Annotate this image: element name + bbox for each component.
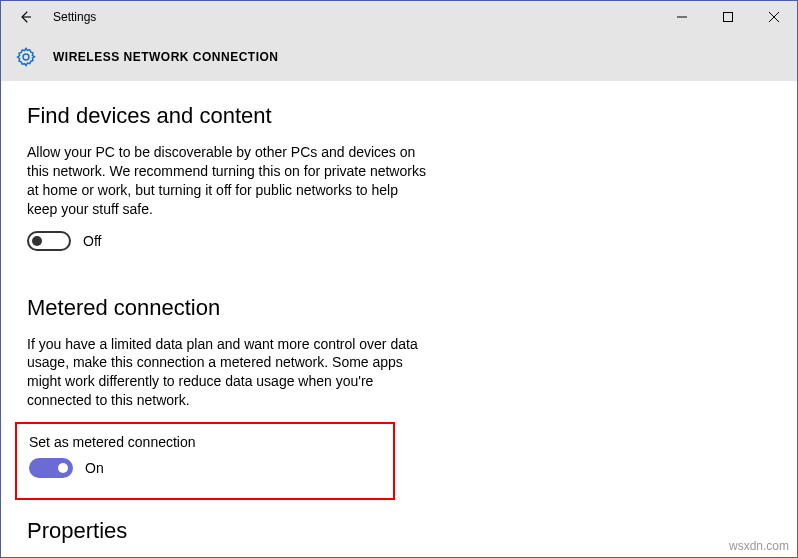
toggle-knob bbox=[32, 236, 42, 246]
section-find-devices-description: Allow your PC to be discoverable by othe… bbox=[27, 143, 427, 219]
page-header: WIRELESS NETWORK CONNECTION bbox=[1, 33, 797, 81]
metered-sub-label: Set as metered connection bbox=[29, 434, 383, 450]
app-title: Settings bbox=[49, 10, 659, 24]
metered-toggle-row: On bbox=[29, 458, 383, 478]
minimize-button[interactable] bbox=[659, 1, 705, 33]
section-metered-description: If you have a limited data plan and want… bbox=[27, 335, 427, 411]
section-metered-title: Metered connection bbox=[27, 295, 771, 321]
page-title: WIRELESS NETWORK CONNECTION bbox=[53, 50, 279, 64]
window-controls bbox=[659, 1, 797, 33]
highlight-box: Set as metered connection On bbox=[15, 422, 395, 500]
metered-toggle[interactable] bbox=[29, 458, 73, 478]
metered-toggle-label: On bbox=[85, 460, 104, 476]
find-devices-toggle[interactable] bbox=[27, 231, 71, 251]
find-devices-toggle-row: Off bbox=[27, 231, 771, 251]
back-button[interactable] bbox=[1, 1, 49, 33]
gear-icon bbox=[15, 46, 37, 68]
titlebar: Settings bbox=[1, 1, 797, 33]
section-properties-title: Properties bbox=[27, 518, 771, 544]
svg-point-5 bbox=[23, 54, 29, 60]
section-find-devices-title: Find devices and content bbox=[27, 103, 771, 129]
toggle-knob bbox=[58, 463, 68, 473]
close-button[interactable] bbox=[751, 1, 797, 33]
find-devices-toggle-label: Off bbox=[83, 233, 101, 249]
maximize-button[interactable] bbox=[705, 1, 751, 33]
watermark: wsxdn.com bbox=[729, 539, 789, 553]
svg-rect-2 bbox=[724, 13, 733, 22]
content-area: Find devices and content Allow your PC t… bbox=[1, 81, 797, 544]
